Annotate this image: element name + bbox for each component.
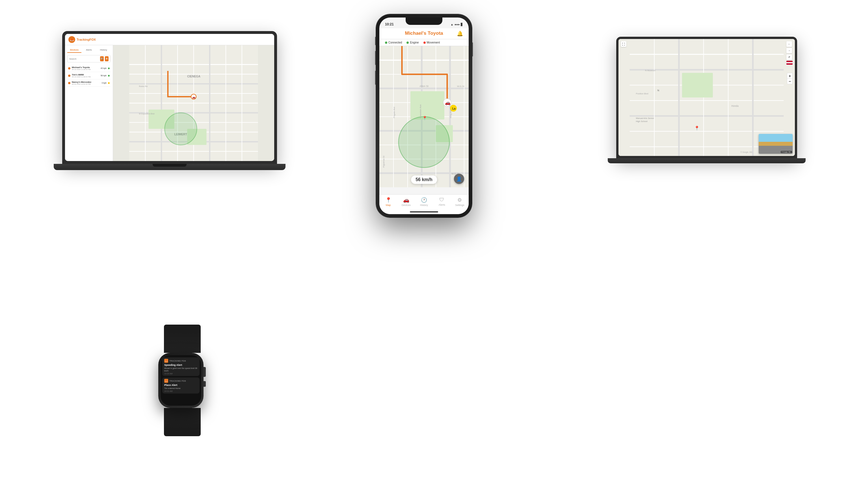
search-button[interactable]: 🔍 <box>100 56 104 61</box>
engine-dot <box>406 41 409 44</box>
device-item-mercedes[interactable]: Nancy's Mercedez 28-02-2018 10:01:32 PM … <box>67 79 110 87</box>
tab-map[interactable]: 📍 Map <box>379 197 397 206</box>
mute-button[interactable] <box>375 37 376 45</box>
iphone-map[interactable]: 🚗 La Alton St W.G.St W.D.St King Ave Haw… <box>379 46 469 187</box>
volume-up-button[interactable] <box>375 51 376 65</box>
status-movement: Movement <box>423 41 440 44</box>
map-tab-label: Map <box>386 204 391 206</box>
laptop-left-body: 🦊 TrackingFOX Devices <box>62 31 277 164</box>
laptop-left-base <box>54 164 285 170</box>
svg-text:Alton St: Alton St <box>420 85 428 88</box>
svg-rect-65 <box>410 91 444 120</box>
laptop-search: 🔍 + <box>67 55 110 62</box>
status-time: 10:21 <box>385 22 394 26</box>
devices-tab-icon: 🚗 <box>403 197 409 203</box>
svg-text:Position Blvd: Position Blvd <box>636 92 648 95</box>
tab-devices[interactable]: 🚗 Devices <box>397 197 415 206</box>
device-time: 28-02-2018 10:01:32 PM <box>72 83 100 85</box>
device-item-bmw[interactable]: Tim's BMW 28-10-2018 11:30:54 PM 56 kph <box>67 72 110 79</box>
watch-notification-speeding[interactable]: 🦊 TRACKING FOX Speeding Alert Micael is … <box>162 357 199 376</box>
device-color-indicator <box>68 67 70 70</box>
device-info: Michael's Toyota 28-10-2018 11:30:54 PM <box>72 66 99 70</box>
device-item-toyota[interactable]: Michael's Toyota 28-10-2018 11:30:54 PM … <box>67 65 110 72</box>
iphone-notch <box>406 18 442 25</box>
laptop-map: CIENEGA LEIMERT Rodeo Rd W Exposition Bl… <box>113 45 274 161</box>
laptop-content: Devices Alerts History 🔍 + <box>65 45 274 161</box>
tab-devices[interactable]: Devices <box>67 48 82 53</box>
laptop-app: 🦊 TrackingFOX Devices <box>65 34 274 161</box>
tab-settings[interactable]: ⚙ Settings <box>451 197 469 206</box>
devices-tab-label: Devices <box>402 204 411 206</box>
map-control-back[interactable]: ← <box>787 41 792 47</box>
map-control-forward[interactable]: → <box>787 48 792 53</box>
watch-notification-place[interactable]: 🦊 TRACKING FOX Place Alert Tim entered H… <box>162 377 199 394</box>
tab-history[interactable]: 🕐 History <box>415 197 433 206</box>
bell-icon[interactable]: 🔔 <box>457 31 463 37</box>
zoom-out-button[interactable]: − <box>787 78 793 84</box>
logo-text: TrackingFOX <box>76 38 96 41</box>
laptop-tabs: Devices Alerts History <box>67 48 110 53</box>
iphone-map-svg: 🚗 La Alton St W.G.St W.D.St King Ave Haw… <box>379 46 469 187</box>
add-device-button[interactable]: + <box>105 56 108 61</box>
device-color-indicator <box>68 75 70 77</box>
svg-point-26 <box>165 113 197 145</box>
home-indicator <box>410 211 438 213</box>
device-time: 28-10-2018 11:30:54 PM <box>72 69 99 70</box>
svg-text:Manual Arts Senior: Manual Arts Senior <box>636 117 654 120</box>
tab-history[interactable]: History <box>96 48 110 53</box>
status-connected: Connected <box>385 41 402 44</box>
street-view-thumbnail[interactable]: © Google, INC. <box>759 134 793 154</box>
zoom-in-button[interactable]: + <box>787 73 793 78</box>
device-speed: 56 kph <box>101 75 107 76</box>
status-icons: ▲ ●●● ▊ <box>450 23 463 26</box>
logo-fox: FOX <box>89 38 96 41</box>
history-tab-icon: 🕐 <box>421 197 427 203</box>
svg-text:W.G.St: W.G.St <box>457 85 464 88</box>
watch-band-bottom <box>164 408 201 436</box>
volume-down-button[interactable] <box>375 71 376 85</box>
speed-indicator: 56 km/h <box>411 176 437 184</box>
iphone-status-row: Connected Engine Movement <box>379 39 469 46</box>
watch-screen: 🦊 TRACKING FOX Speeding Alert Micael is … <box>161 355 201 406</box>
profile-icon[interactable]: 👤 <box>454 174 464 184</box>
right-map-content: Manual Arts Senior High School Position … <box>618 39 795 156</box>
svg-text:© Google, INC.: © Google, INC. <box>741 151 753 154</box>
tab-alerts[interactable]: 🛡 Alerts <box>433 197 451 206</box>
notif-title: Place Alert <box>164 384 198 386</box>
laptop-right: Manual Arts Senior High School Position … <box>616 37 797 172</box>
device-status-dot <box>108 75 110 76</box>
movement-label: Movement <box>427 41 440 44</box>
map-control-refresh[interactable]: ↺ <box>787 54 792 60</box>
notif-header: 🦊 TRACKING FOX <box>164 379 198 383</box>
power-button[interactable] <box>472 42 473 56</box>
connected-dot <box>385 41 387 44</box>
signal-icon: ●●● <box>455 23 460 26</box>
svg-text:Frigate Ave: Frigate Ave <box>393 107 395 118</box>
svg-text:N Museum: N Museum <box>645 69 655 72</box>
alerts-tab-icon: 🛡 <box>439 197 444 203</box>
svg-text:King Ave: King Ave <box>449 109 452 118</box>
device-status-dot-yellow <box>108 82 110 84</box>
search-input[interactable] <box>69 58 99 60</box>
laptop-map-svg: CIENEGA LEIMERT Rodeo Rd W Exposition Bl… <box>113 45 274 161</box>
svg-text:Rodeo Rd: Rodeo Rd <box>139 85 147 87</box>
zoom-controls: + − <box>787 73 793 84</box>
notif-header: 🦊 TRACKING FOX <box>164 359 198 363</box>
map-controls: ← → ↺ <box>787 41 793 65</box>
svg-text:W Exposition Blvd: W Exposition Blvd <box>139 113 154 115</box>
laptop-right-screen: Manual Arts Senior High School Position … <box>618 39 795 156</box>
svg-text:Honda: Honda <box>731 105 739 107</box>
notif-title: Speeding Alert <box>164 364 198 366</box>
watch-crown[interactable] <box>204 367 206 377</box>
notif-time: 10:20 AM <box>164 373 198 375</box>
device-time: 28-10-2018 11:30:54 PM <box>72 76 99 78</box>
watch-side-button[interactable] <box>204 381 206 387</box>
tab-alerts[interactable]: Alerts <box>82 48 96 53</box>
device-title: Michael's Toyota <box>385 31 463 36</box>
street-view-label: © Google, INC. <box>781 151 792 153</box>
expand-button[interactable]: ⛶ <box>621 41 626 47</box>
map-tab-icon: 📍 <box>385 197 391 203</box>
wifi-icon: ▲ <box>450 23 454 26</box>
device-info: Nancy's Mercedez 28-02-2018 10:01:32 PM <box>72 81 100 85</box>
svg-text:🚗: 🚗 <box>445 100 450 105</box>
